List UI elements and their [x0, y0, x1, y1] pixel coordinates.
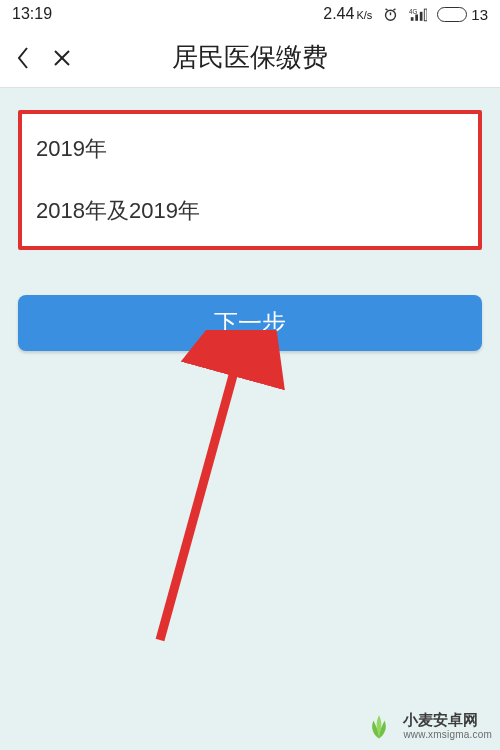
status-right-cluster: 2.44 K/s 4G 13 — [323, 5, 488, 23]
next-button[interactable]: 下一步 — [18, 295, 482, 351]
year-option-group-highlight: 2019年 2018年及2019年 — [18, 110, 482, 250]
year-option[interactable]: 2018年及2019年 — [22, 180, 478, 242]
svg-point-0 — [386, 10, 396, 20]
battery-percent: 13 — [471, 6, 488, 23]
next-button-label: 下一步 — [214, 307, 286, 339]
status-time: 13:19 — [12, 5, 52, 23]
svg-line-2 — [386, 8, 388, 9]
annotation-arrow — [130, 330, 350, 660]
battery-indicator: 13 — [437, 6, 488, 23]
svg-rect-5 — [411, 17, 414, 21]
svg-line-3 — [394, 8, 396, 9]
status-network-speed: 2.44 K/s — [323, 5, 372, 23]
close-icon — [52, 48, 72, 68]
status-bar: 13:19 2.44 K/s 4G 13 — [0, 0, 500, 28]
year-option[interactable]: 2019年 — [22, 118, 478, 180]
app-screen: 13:19 2.44 K/s 4G 13 居民医保缴费 — [0, 0, 500, 750]
svg-text:4G: 4G — [409, 7, 418, 14]
nav-bar: 居民医保缴费 — [0, 28, 500, 88]
close-button[interactable] — [42, 28, 82, 88]
svg-rect-8 — [425, 9, 428, 21]
watermark-logo-icon — [361, 708, 397, 744]
watermark-name-en: www.xmsigma.com — [403, 729, 492, 740]
svg-line-12 — [160, 350, 240, 640]
alarm-icon — [382, 6, 399, 23]
watermark: 小麦安卓网 www.xmsigma.com — [361, 708, 492, 744]
content-area: 2019年 2018年及2019年 下一步 — [0, 88, 500, 351]
watermark-text: 小麦安卓网 www.xmsigma.com — [403, 712, 492, 740]
chevron-left-icon — [15, 45, 31, 71]
watermark-name-cn: 小麦安卓网 — [403, 712, 492, 729]
back-button[interactable] — [0, 28, 46, 88]
battery-icon — [437, 7, 467, 22]
svg-rect-6 — [416, 14, 419, 20]
signal-icon: 4G — [409, 7, 427, 22]
svg-rect-7 — [420, 11, 423, 20]
